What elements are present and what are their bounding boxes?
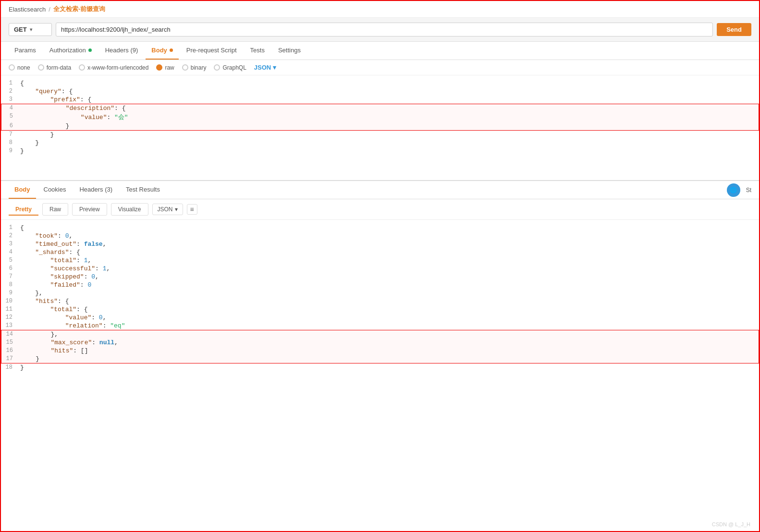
req-line-7: 7 } (1, 131, 759, 139)
resp-line-6: 6 "successful": 1, (1, 265, 759, 273)
radio-none[interactable]: none (9, 64, 30, 71)
tab-body[interactable]: Body (146, 42, 179, 60)
req-line-9: 9 } (1, 147, 759, 155)
radio-x-www-form-urlencoded[interactable]: x-www-form-urlencoded (79, 64, 148, 71)
resp-line-12: 12 "value": 0, (1, 314, 759, 322)
resp-tab-body[interactable]: Body (9, 181, 36, 199)
tab-pre-request[interactable]: Pre-request Script (181, 42, 243, 60)
status-label: St (746, 187, 751, 193)
radio-binary[interactable]: binary (182, 64, 207, 71)
url-input[interactable] (56, 23, 713, 36)
resp-line-13: 13 "relation": "eq" (1, 322, 759, 330)
breadcrumb-separator: / (49, 6, 50, 13)
radio-circle-binary (182, 64, 188, 71)
fmt-pretty[interactable]: Pretty (9, 204, 38, 216)
breadcrumb-current: 全文检索-前缀查询 (53, 5, 105, 13)
radio-circle-graphql (214, 64, 220, 71)
tab-params[interactable]: Params (9, 42, 42, 60)
breadcrumb: Elasticsearch / 全文检索-前缀查询 (1, 1, 759, 18)
resp-line-10: 10 "hits": { (1, 297, 759, 305)
resp-line-3: 3 "timed_out": false, (1, 240, 759, 248)
radio-circle-raw (156, 64, 162, 71)
req-line-1: 1 { (1, 79, 759, 87)
resp-line-17: 17 } (1, 355, 759, 363)
radio-form-data[interactable]: form-data (38, 64, 71, 71)
fmt-visualize[interactable]: Visualize (111, 203, 148, 216)
req-line-3: 3 "prefix": { (1, 96, 759, 104)
req-line-4: 4 "description": { (1, 104, 759, 112)
resp-tab-cookies[interactable]: Cookies (38, 181, 72, 199)
tab-settings[interactable]: Settings (272, 42, 306, 60)
breadcrumb-root[interactable]: Elasticsearch (9, 6, 46, 13)
method-select[interactable]: GET ▾ (9, 23, 52, 36)
req-line-2: 2 "query": { (1, 87, 759, 96)
response-format-row: Pretty Raw Preview Visualize JSON ▾ ≡ (1, 199, 759, 220)
request-body-editor[interactable]: 1 { 2 "query": { 3 "prefix": { 4 "descri… (1, 75, 759, 181)
req-line-8: 8 } (1, 139, 759, 147)
req-line-6: 6 } (1, 122, 759, 131)
watermark: CSDN @ L_J_H (712, 521, 750, 527)
wrap-icon[interactable]: ≡ (187, 204, 197, 215)
radio-circle-x-www (79, 64, 85, 71)
resp-line-16: 16 "hits": [] (1, 347, 759, 355)
resp-line-1: 1 { (1, 224, 759, 232)
resp-line-18: 18 } (1, 363, 759, 372)
tab-headers[interactable]: Headers (9) (99, 42, 144, 60)
chevron-down-icon: ▾ (30, 27, 32, 32)
resp-tab-test-results[interactable]: Test Results (120, 181, 166, 199)
request-bar: GET ▾ Send (1, 18, 759, 42)
fmt-raw[interactable]: Raw (42, 203, 68, 216)
authorization-dot (88, 48, 92, 52)
resp-line-9: 9 }, (1, 289, 759, 297)
tab-tests[interactable]: Tests (245, 42, 270, 60)
chevron-down-icon-resp: ▾ (175, 206, 178, 213)
resp-line-5: 5 "total": 1, (1, 256, 759, 265)
tab-authorization[interactable]: Authorization (44, 42, 98, 60)
body-dot (170, 48, 173, 52)
globe-icon: 🌐 (727, 183, 740, 197)
resp-line-14: 14 }, (1, 330, 759, 339)
resp-line-2: 2 "took": 0, (1, 232, 759, 240)
req-line-5: 5 "value": "会" (1, 112, 759, 122)
resp-line-11: 11 "total": { (1, 305, 759, 314)
resp-line-15: 15 "max_score": null, (1, 339, 759, 347)
response-section: Body Cookies Headers (3) Test Results 🌐 … (1, 181, 759, 375)
response-json-select[interactable]: JSON ▾ (152, 204, 183, 215)
send-button[interactable]: Send (717, 23, 751, 36)
resp-line-8: 8 "failed": 0 (1, 281, 759, 289)
chevron-down-icon-json: ▾ (273, 64, 276, 71)
resp-line-7: 7 "skipped": 0, (1, 273, 759, 281)
resp-tab-headers[interactable]: Headers (3) (74, 181, 118, 199)
radio-graphql[interactable]: GraphQL (214, 64, 246, 71)
json-format-select[interactable]: JSON ▾ (254, 64, 276, 71)
method-label: GET (14, 26, 27, 33)
request-tabs: Params Authorization Headers (9) Body Pr… (1, 42, 759, 60)
response-tabs: Body Cookies Headers (3) Test Results 🌐 … (1, 181, 759, 199)
resp-line-4: 4 "_shards": { (1, 248, 759, 256)
fmt-preview[interactable]: Preview (72, 203, 107, 216)
radio-raw[interactable]: raw (156, 64, 174, 71)
body-type-selector: none form-data x-www-form-urlencoded raw… (1, 60, 759, 75)
radio-circle-form-data (38, 64, 44, 71)
response-body-editor: 1 { 2 "took": 0, 3 "timed_out": false, 4… (1, 220, 759, 375)
radio-circle-none (9, 64, 15, 71)
